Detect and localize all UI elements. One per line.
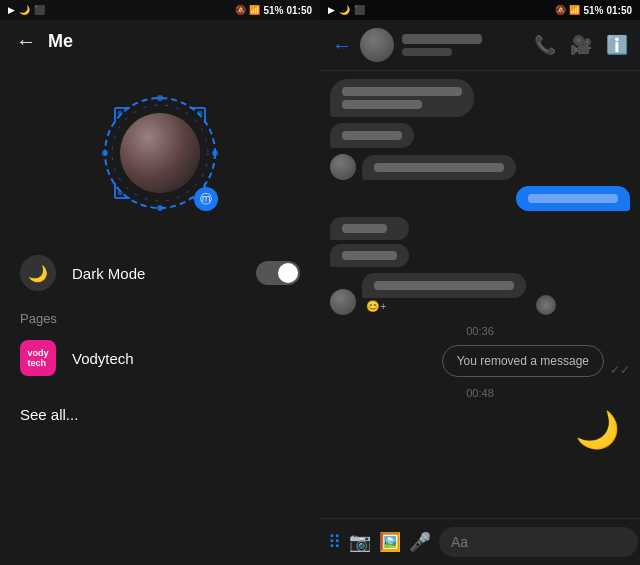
info-icon[interactable]: ℹ️ (606, 34, 628, 56)
avatar-image (120, 113, 200, 193)
message-input[interactable] (439, 527, 638, 557)
dark-mode-toggle[interactable] (256, 261, 300, 285)
right-time: 01:50 (606, 5, 632, 16)
input-bar: ⠿ 📷 🖼️ 🎤 😊 👍 (320, 518, 640, 565)
msg-row (330, 217, 630, 267)
moon-emoji-decoration: 🌙 (330, 409, 630, 451)
msg-row-avatar-reaction: 😊+ (330, 273, 630, 315)
blurred-line (342, 251, 397, 260)
bubble-sent (516, 186, 630, 211)
right-mute-icon: 🔕 (555, 5, 566, 15)
right-wifi-icon: 📶 (569, 5, 580, 15)
svg-point-4 (157, 205, 163, 211)
page-title: Me (48, 31, 73, 52)
settings-list: 🌙 Dark Mode Pages vodytech Vodytech See … (0, 233, 320, 453)
profile-snapcode[interactable]: ⓜ (100, 93, 220, 213)
profile-section: ⓜ (0, 63, 320, 233)
time-text: 01:50 (286, 5, 312, 16)
blurred-line (342, 131, 402, 140)
vodytech-avatar: vodytech (20, 340, 56, 376)
bubble-received-long (362, 155, 516, 180)
msg-sender-avatar-2 (330, 289, 356, 315)
vodytech-page-item[interactable]: vodytech Vodytech (0, 330, 320, 386)
msg-group (330, 217, 409, 267)
wifi-icon: 📶 (249, 5, 260, 15)
blurred-line (342, 87, 462, 96)
bubble-received-wide (362, 273, 526, 298)
msg-row (330, 79, 630, 117)
left-status-bar: ▶ 🌙 ⬛ 🔕 📶 51% 01:50 (0, 0, 320, 20)
right-battery: 51% (583, 5, 603, 16)
notification-icon: ⬛ (34, 5, 45, 15)
timestamp-2: 00:48 (330, 387, 630, 399)
svg-point-5 (102, 150, 108, 156)
reaction-avatar (536, 295, 556, 315)
moon-status-icon: 🌙 (19, 5, 30, 15)
dark-mode-label: Dark Mode (72, 265, 240, 282)
left-header: ← Me (0, 20, 320, 63)
chat-back-button[interactable]: ← (332, 34, 352, 57)
svg-point-2 (157, 95, 163, 101)
dark-mode-item[interactable]: 🌙 Dark Mode (0, 243, 320, 303)
right-notif-icon: ⬛ (354, 5, 365, 15)
image-icon[interactable]: 🖼️ (379, 531, 401, 553)
msg-sender-avatar (330, 154, 356, 180)
chat-name-area (402, 34, 526, 56)
right-signal-icon: ▶ (328, 5, 335, 15)
removed-message-bubble: You removed a message (442, 345, 604, 377)
back-button[interactable]: ← (16, 30, 36, 53)
right-status-left: ▶ 🌙 ⬛ (328, 5, 365, 15)
header-actions: 📞 🎥 ℹ️ (534, 34, 628, 56)
battery-text: 51% (263, 5, 283, 16)
chat-contact-name (402, 34, 482, 44)
dark-mode-icon: 🌙 (20, 255, 56, 291)
emoji-reaction[interactable]: 😊+ (362, 298, 526, 315)
video-call-icon[interactable]: 🎥 (570, 34, 592, 56)
removed-msg-container: You removed a message ✓✓ (442, 345, 630, 377)
svg-point-3 (212, 150, 218, 156)
blurred-line-sent (528, 194, 618, 203)
chat-messages: 😊+ 00:36 You removed a message ✓✓ 00:48 … (320, 71, 640, 518)
timestamp-1: 00:36 (330, 325, 630, 337)
right-panel: ▶ 🌙 ⬛ 🔕 📶 51% 01:50 ← 📞 🎥 ℹ️ (320, 0, 640, 565)
mute-icon: 🔕 (235, 5, 246, 15)
blurred-line (342, 100, 422, 109)
mic-icon[interactable]: 🎤 (409, 531, 431, 553)
voice-call-icon[interactable]: 📞 (534, 34, 556, 56)
status-bar-right: 🔕 📶 51% 01:50 (235, 5, 312, 16)
msg-row (330, 123, 630, 148)
removed-msg-row: You removed a message ✓✓ (330, 345, 630, 377)
blurred-line (374, 281, 514, 290)
msg-row-sent (330, 186, 630, 211)
bubble-received (330, 79, 474, 117)
check-icon: ✓✓ (610, 363, 630, 377)
right-status-right: 🔕 📶 51% 01:50 (555, 5, 632, 16)
bubble-received (330, 123, 414, 148)
bubble-received-2 (330, 244, 409, 267)
msg-row-with-avatar (330, 154, 630, 180)
toggle-knob (278, 263, 298, 283)
blurred-line (342, 224, 387, 233)
vodytech-avatar-text: vodytech (27, 348, 48, 368)
svg-point-9 (118, 191, 123, 196)
camera-icon[interactable]: 📷 (349, 531, 371, 553)
chat-contact-avatar[interactable] (360, 28, 394, 62)
msg-with-reaction: 😊+ (362, 273, 526, 315)
signal-icon: ▶ (8, 5, 15, 15)
right-moon-icon: 🌙 (339, 5, 350, 15)
svg-point-6 (118, 111, 123, 116)
left-panel: ▶ 🌙 ⬛ 🔕 📶 51% 01:50 ← Me (0, 0, 320, 565)
messenger-badge: ⓜ (194, 187, 218, 211)
blurred-line (374, 163, 504, 172)
see-all-link[interactable]: See all... (0, 386, 320, 443)
chat-contact-status (402, 48, 452, 56)
avatar[interactable] (120, 113, 200, 193)
svg-point-7 (198, 111, 203, 116)
status-bar-left: ▶ 🌙 ⬛ (8, 5, 45, 15)
vodytech-name: Vodytech (72, 350, 134, 367)
pages-section-label: Pages (0, 303, 320, 330)
right-status-bar: ▶ 🌙 ⬛ 🔕 📶 51% 01:50 (320, 0, 640, 20)
bubble-received (330, 217, 409, 240)
grid-icon[interactable]: ⠿ (328, 531, 341, 553)
chat-header: ← 📞 🎥 ℹ️ (320, 20, 640, 71)
